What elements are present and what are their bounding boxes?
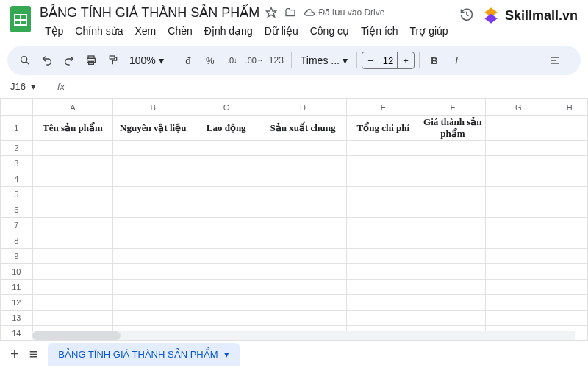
cell-B4[interactable]	[113, 171, 193, 187]
cell-E1[interactable]: Tổng chi phí	[347, 116, 420, 141]
cell-A4[interactable]	[32, 171, 112, 187]
cell-H8[interactable]	[551, 233, 588, 249]
cell-B9[interactable]	[113, 249, 193, 264]
cell-B1[interactable]: Nguyên vật liệu	[113, 116, 193, 141]
cell-H11[interactable]	[551, 280, 588, 295]
cell-F1[interactable]: Giá thành sản phẩm	[420, 116, 486, 141]
cell-C5[interactable]	[193, 187, 259, 202]
cell-F6[interactable]	[420, 202, 486, 218]
row-header-9[interactable]: 9	[1, 249, 33, 264]
row-header-11[interactable]: 11	[1, 280, 33, 295]
menu-trợ giúp[interactable]: Trợ giúp	[405, 22, 453, 40]
cell-D4[interactable]	[259, 171, 346, 187]
cell-H5[interactable]	[551, 187, 588, 202]
row-header-13[interactable]: 13	[1, 311, 33, 326]
col-header-C[interactable]: C	[193, 99, 259, 116]
cell-F3[interactable]	[420, 156, 486, 171]
row-header-12[interactable]: 12	[1, 295, 33, 311]
cell-B7[interactable]	[113, 218, 193, 233]
cell-D6[interactable]	[259, 202, 346, 218]
cell-G4[interactable]	[486, 171, 551, 187]
search-icon[interactable]	[15, 50, 35, 71]
cell-A5[interactable]	[32, 187, 112, 202]
cell-E7[interactable]	[347, 218, 420, 233]
cell-C12[interactable]	[193, 295, 259, 311]
bold-button[interactable]: B	[424, 50, 445, 71]
cell-G12[interactable]	[486, 295, 551, 311]
cell-F8[interactable]	[420, 233, 486, 249]
cell-F13[interactable]	[420, 311, 486, 326]
col-header-B[interactable]: B	[113, 99, 193, 116]
cell-F11[interactable]	[420, 280, 486, 295]
cell-D5[interactable]	[259, 187, 346, 202]
cell-F5[interactable]	[420, 187, 486, 202]
cell-D1[interactable]: Sản xuất chung	[259, 116, 346, 141]
formula-bar[interactable]	[71, 81, 581, 92]
menu-chỉnh sửa[interactable]: Chỉnh sửa	[70, 22, 128, 40]
name-box[interactable]: J16 ▾	[7, 79, 51, 93]
font-select[interactable]: Times ... ▾	[296, 54, 352, 66]
cell-H2[interactable]	[551, 141, 588, 156]
cell-B8[interactable]	[113, 233, 193, 249]
cell-B5[interactable]	[113, 187, 193, 202]
increase-decimal-button[interactable]: .00→	[244, 50, 265, 71]
cell-E6[interactable]	[347, 202, 420, 218]
cell-E8[interactable]	[347, 233, 420, 249]
currency-button[interactable]: đ	[178, 50, 198, 71]
col-header-H[interactable]: H	[551, 99, 588, 116]
cell-E5[interactable]	[347, 187, 420, 202]
percent-button[interactable]: %	[200, 50, 220, 71]
cell-D12[interactable]	[259, 295, 346, 311]
cell-H1[interactable]	[551, 116, 588, 141]
cell-C6[interactable]	[193, 202, 259, 218]
cell-E10[interactable]	[347, 264, 420, 280]
cell-G3[interactable]	[486, 156, 551, 171]
cell-C11[interactable]	[193, 280, 259, 295]
cell-A2[interactable]	[32, 141, 112, 156]
menu-tiện ích[interactable]: Tiện ích	[356, 22, 404, 40]
cell-C9[interactable]	[193, 249, 259, 264]
cell-B2[interactable]	[113, 141, 193, 156]
cell-B13[interactable]	[113, 311, 193, 326]
cell-H3[interactable]	[551, 156, 588, 171]
cell-H4[interactable]	[551, 171, 588, 187]
cell-E12[interactable]	[347, 295, 420, 311]
history-icon[interactable]	[459, 7, 474, 24]
font-size-decrease[interactable]: −	[362, 55, 379, 66]
cell-D7[interactable]	[259, 218, 346, 233]
row-header-4[interactable]: 4	[1, 171, 33, 187]
cell-C13[interactable]	[193, 311, 259, 326]
cell-F12[interactable]	[420, 295, 486, 311]
cell-D11[interactable]	[259, 280, 346, 295]
col-header-A[interactable]: A	[32, 99, 112, 116]
cell-F4[interactable]	[420, 171, 486, 187]
sheet-tab[interactable]: BẢNG TÍNH GIÁ THÀNH SẢN PHẨM ▾	[48, 343, 239, 366]
select-all-corner[interactable]	[1, 99, 33, 116]
doc-title[interactable]: BẢNG TÍNH GIÁ THÀNH SẢN PHẨM	[40, 4, 259, 21]
cell-B3[interactable]	[113, 156, 193, 171]
menu-chèn[interactable]: Chèn	[162, 22, 197, 40]
cell-B12[interactable]	[113, 295, 193, 311]
cell-G2[interactable]	[486, 141, 551, 156]
redo-icon[interactable]	[59, 50, 79, 71]
menu-xem[interactable]: Xem	[130, 22, 162, 40]
font-size-increase[interactable]: +	[398, 55, 414, 66]
cell-A3[interactable]	[32, 156, 112, 171]
cell-H13[interactable]	[551, 311, 588, 326]
italic-button[interactable]: I	[446, 50, 467, 71]
cell-E3[interactable]	[347, 156, 420, 171]
format-number-button[interactable]: 123	[266, 50, 287, 71]
cell-A1[interactable]: Tên sản phẩm	[32, 116, 112, 141]
cell-D13[interactable]	[259, 311, 346, 326]
cell-A13[interactable]	[32, 311, 112, 326]
cell-A8[interactable]	[32, 233, 112, 249]
col-header-F[interactable]: F	[420, 99, 486, 116]
cell-D10[interactable]	[259, 264, 346, 280]
cell-F10[interactable]	[420, 264, 486, 280]
cell-C3[interactable]	[193, 156, 259, 171]
cell-E11[interactable]	[347, 280, 420, 295]
menu-định dạng[interactable]: Định dạng	[199, 22, 258, 40]
zoom-select[interactable]: 100% ▾	[125, 54, 168, 66]
cell-C1[interactable]: Lao động	[193, 116, 259, 141]
move-icon[interactable]	[284, 7, 296, 18]
